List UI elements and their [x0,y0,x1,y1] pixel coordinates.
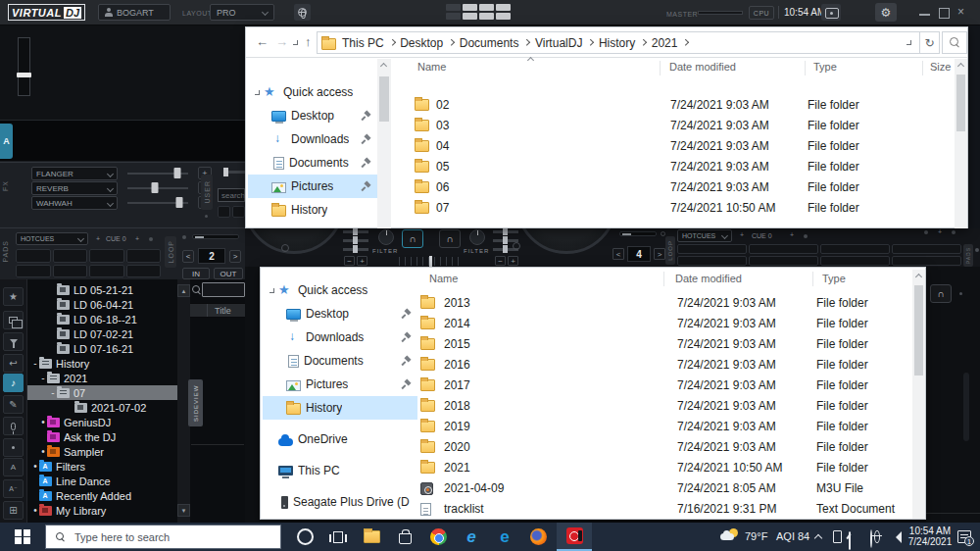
file-explorer-button[interactable] [355,523,388,551]
loop-double-button[interactable]: > [654,248,665,260]
tree-item[interactable]: LD 06-04-21 [27,297,177,312]
recent-locations-chevron[interactable] [293,40,298,45]
fx-select[interactable]: REVERB [31,181,118,195]
file-row[interactable]: 2014 7/24/2021 9:03 AM File folder [419,314,912,334]
nav-scrollbar[interactable] [377,59,391,228]
weather-aqi[interactable]: AQI 84 [776,530,809,542]
hotcue-pad[interactable] [820,244,890,254]
loop-tab[interactable]: LOOP [665,236,675,265]
deck-a-tab[interactable]: A [0,124,13,159]
file-row[interactable]: 03 7/24/2021 9:03 AM File folder [393,116,956,136]
settings-gear-icon[interactable]: ⚙ [875,3,897,22]
tree-item[interactable]: LD 07-02-21 [27,326,177,341]
scrollbar-fragment[interactable] [963,373,969,441]
taskbar-clock[interactable]: 10:54 AM 7/24/2021 [907,526,953,547]
hotcue-pad[interactable] [677,256,747,266]
user-fx-tab[interactable]: USER [201,175,213,210]
nav-item[interactable]: Desktop [263,302,417,326]
nav-item[interactable]: Documents [263,349,417,373]
minus-button[interactable]: − [344,256,355,266]
fx-slider-thumb[interactable] [173,168,180,178]
chrome-button[interactable] [421,523,455,551]
tree-item[interactable]: - 07 [27,385,177,400]
maximize-button[interactable] [939,8,950,19]
file-row[interactable]: 2020 7/24/2021 9:03 AM File folder [419,437,912,458]
eq-high-slider[interactable] [493,230,518,233]
deck-option-button[interactable] [281,244,289,252]
store-button[interactable] [388,523,421,551]
tree-expand-mark[interactable]: • [31,505,39,516]
column-header-date[interactable]: Date modified [669,61,736,73]
right-filter-knob[interactable] [469,229,485,245]
list-scrollbar[interactable] [955,59,967,228]
file-row[interactable]: 2015 7/24/2021 9:03 AM File folder [419,334,912,355]
scroll-up-icon[interactable]: ▲ [177,284,190,297]
tree-item[interactable]: • Sampler [27,444,177,459]
sampler-cell[interactable] [218,206,230,218]
nav-item[interactable]: Desktop [248,104,377,127]
edge-button[interactable]: e [488,523,521,551]
scrollbar-thumb[interactable] [914,285,923,376]
breadcrumb-item[interactable]: 2021 [648,36,682,50]
eq-high-slider[interactable] [343,230,368,233]
column-header-type[interactable]: Type [813,61,837,73]
breadcrumb-item[interactable]: VirtualDJ [531,36,586,50]
cue-plus-button[interactable]: + [135,235,139,242]
tray-device-icon[interactable] [833,530,842,543]
column-header-type[interactable]: Type [822,273,846,284]
weather-button[interactable] [720,528,740,544]
loop-length-slider[interactable] [619,231,657,236]
column-header-name[interactable]: Name [417,61,446,73]
user-account-button[interactable]: BOGART [98,4,171,21]
minimize-button[interactable] [919,14,930,16]
breadcrumb-item[interactable]: History [595,36,639,50]
headphone-cue-button[interactable]: ∩ [930,284,952,303]
scrollbar-thumb[interactable] [379,76,389,122]
record-icon[interactable] [821,4,841,21]
cue-minus-button[interactable]: + [96,235,100,242]
action-center-button[interactable]: 1 [957,530,971,543]
up-button[interactable]: ↑ [305,34,312,49]
hotcue-pad[interactable] [16,249,51,263]
tracklist-header[interactable]: Title [190,303,245,318]
file-row[interactable]: 2021-04-09 7/24/2021 8:05 AM M3U File [419,478,912,499]
file-row[interactable]: 05 7/24/2021 9:03 AM File folder [393,157,956,177]
pads-mode-select[interactable]: HOTCUES [677,229,732,242]
hotcue-pad[interactable] [89,249,124,263]
mini-slider[interactable] [223,171,245,174]
tree-item[interactable]: - History [27,356,177,371]
tray-overflow-chevron[interactable] [814,534,822,542]
column-header-name[interactable]: Name [429,273,458,284]
explorer-search-box[interactable] [942,31,967,54]
hotcue-pad[interactable] [892,244,961,254]
tree-item[interactable]: LD 05-21-21 [27,282,177,297]
scroll-down-icon[interactable]: ▼ [177,504,190,517]
column-header-size[interactable]: Size [930,61,951,73]
breadcrumb-item[interactable]: Documents [456,36,523,50]
deck-layout-switcher[interactable] [446,4,511,20]
chevron-down-icon[interactable] [255,90,260,95]
left-jog-wheel[interactable] [245,228,345,254]
hotcue-pad[interactable] [53,249,88,263]
forward-button[interactable]: → [275,34,288,49]
favorites-icon[interactable]: ★ [3,287,24,306]
loop-tab[interactable]: LOOP [165,236,176,268]
folders-icon[interactable] [3,311,24,329]
hotcue-pad[interactable] [820,256,890,266]
nav-item[interactable]: Quick access [248,80,377,104]
loop-length-slider[interactable] [192,234,239,239]
hotcue-pad[interactable] [677,244,747,254]
crossfader[interactable] [399,257,464,266]
deck-option-button[interactable] [513,242,520,250]
sideview-tab[interactable]: SIDEVIEW [188,379,203,426]
tree-item[interactable]: • Filters [27,459,177,474]
cue-plus-button[interactable]: + [938,228,942,235]
chevron-down-icon[interactable] [270,288,274,293]
nav-item[interactable]: Seagate Plus Drive (D [263,490,417,514]
fx-slider[interactable] [127,202,188,204]
pitch-slider-thumb[interactable] [17,73,31,77]
hotcue-pad[interactable] [89,265,124,278]
close-button[interactable]: × [957,5,964,19]
nav-item[interactable]: Downloads [248,127,377,151]
firefox-button[interactable] [521,523,555,551]
